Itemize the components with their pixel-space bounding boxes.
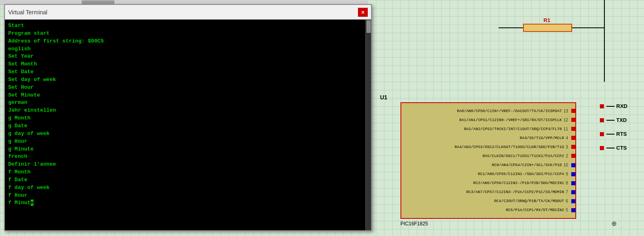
pin-dot <box>571 181 575 185</box>
terminal-body: StartProgram startAddress of first strin… <box>5 20 371 230</box>
pin-row: RC4/C2OUT/SRNQ/P1B/TX/CK/MDOUT6 <box>401 199 575 203</box>
virtual-terminal-window: Virtual Terminal × StartProgram startAdd… <box>4 4 372 231</box>
conn-dot <box>600 146 604 150</box>
pin-dot <box>571 145 575 149</box>
pin-dot <box>571 118 575 122</box>
pin-row: RC3/AN7/CPS7/C12IN3-/P2A/CCP2/P1C/SS/MDM… <box>401 190 575 194</box>
conn-dot <box>600 118 604 122</box>
wire-r1-right <box>572 27 605 28</box>
schematic-area: R1 10k U1 RA0/AN0/CPS0/C1IN+/VREF-/DACOU… <box>376 0 644 236</box>
connection-label: RXD <box>600 103 627 109</box>
r1-body: 10k <box>523 24 572 32</box>
pin-dot <box>571 154 575 158</box>
cursor: e <box>31 200 34 206</box>
u1-label: U1 <box>380 94 387 101</box>
pin-dot <box>571 109 575 113</box>
conn-wire <box>606 106 615 107</box>
titlebar: Virtual Terminal × <box>5 5 371 20</box>
pin-dot <box>571 190 575 194</box>
pin-dot <box>571 136 575 140</box>
pin-row: RC5/P1A/CCP1/RX/DT/MDCIN25 <box>401 208 575 212</box>
terminal-scrollbar[interactable] <box>365 20 371 230</box>
connection-label: TXD <box>600 117 627 123</box>
conn-text: RXD <box>616 103 627 109</box>
pin-dot <box>571 127 575 131</box>
close-button[interactable]: × <box>358 8 368 17</box>
r1-label: R1 <box>543 17 550 23</box>
u1-chip-name: PIC16F1825 <box>400 221 428 227</box>
conn-wire <box>606 120 615 121</box>
pin-dot <box>571 172 575 176</box>
pin-dot <box>571 199 575 203</box>
conn-dot <box>600 132 604 136</box>
pin-row: RC0/AN4/CPS4/C2IN+/SCL/SCK/P1D10 <box>401 163 575 167</box>
conn-text: CTS <box>616 145 627 151</box>
u1-container: U1 RA0/AN0/CPS0/C1IN+/VREF-/DACOUT/TX/CK… <box>380 94 597 221</box>
pin-row: RC1/AN5/CPS5/C12IN1-/SDA/SDI/P1C/CCP49 <box>401 172 575 176</box>
pin-row: RA1/AN1/CPS1/C12IN0-/VREF+/SRI/RX/DT/ICS… <box>401 118 575 122</box>
terminal-content[interactable]: StartProgram startAddress of first strin… <box>5 20 365 230</box>
conn-text: RTS <box>616 131 627 137</box>
connection-label: CTS <box>600 145 627 151</box>
pin-row: RC2/AN6/CPS6/C12IN2-/P1D/P2B/SDO/MDCIN18 <box>401 181 575 185</box>
crosshair-icon: ⊕ <box>611 220 619 228</box>
u1-body: RA0/AN0/CPS0/C1IN+/VREF-/DACOUT/TX/CK/IC… <box>400 102 576 219</box>
conn-text: TXD <box>616 117 627 123</box>
conn-dot <box>600 104 604 108</box>
connection-label: RTS <box>600 131 627 137</box>
pin-row: RA0/AN0/CPS0/C1IN+/VREF-/DACOUT/TX/CK/IC… <box>401 109 575 113</box>
wire-vertical-right <box>604 0 605 82</box>
scrollbar-thumb[interactable] <box>367 20 371 33</box>
pin-dot <box>571 163 575 167</box>
pin-dot <box>571 208 575 212</box>
pin-row: RA3/SS/T1G/VPP/MCLR4 <box>401 136 575 140</box>
wire-r1-left <box>499 27 523 28</box>
window-title: Virtual Terminal <box>8 9 47 16</box>
pin-row: RA4/AN3/CPS3/OSC2/CLKOUT/T1OSO/CLKR/SDO/… <box>401 145 575 149</box>
pin-row: RA5/CLKIN/OSC1/T1OSI/T1CKI/P2A/CCP22 <box>401 154 575 158</box>
conn-wire <box>606 148 615 148</box>
right-connections: RXDTXDRTSCTS <box>600 103 627 151</box>
pin-row: RA2/AN2/CPS2/T0CKI/INT/C1OUT/SRQ/CCP3/FL… <box>401 127 575 131</box>
conn-wire <box>606 134 615 135</box>
